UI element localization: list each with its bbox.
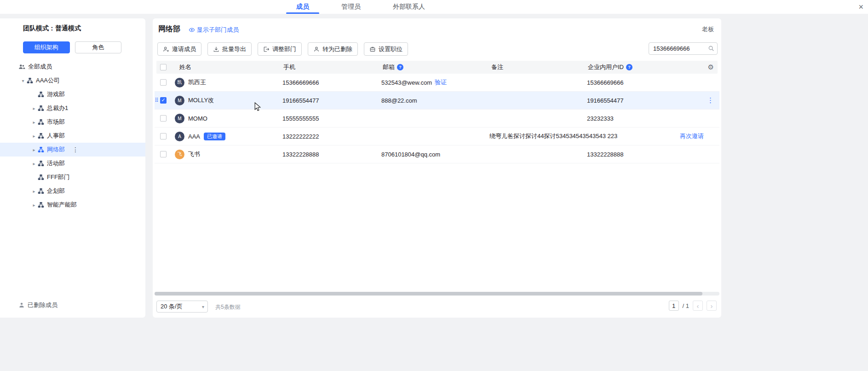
department-label: FFF部门 [47,173,70,181]
department-item[interactable]: ▸ 人事部 [0,129,145,143]
batch-export-button[interactable]: 批量导出 [207,42,252,56]
tab-members-label: 成员 [296,3,309,11]
tab-external-contacts[interactable]: 外部联系人 [383,0,435,14]
invite-member-label: 邀请成员 [172,45,196,53]
close-icon[interactable]: × [857,1,865,13]
department-label: 网络部 [47,145,65,154]
column-phone: 手机 [283,61,295,74]
department-item[interactable]: ▸ 总裁办1 [0,101,145,115]
top-right-label: 老板 [702,25,714,34]
member-name: 飞书 [188,150,200,158]
department-item[interactable]: ▸ 企划部 [0,184,145,198]
drag-handle-icon[interactable]: ⠿ [155,92,159,109]
row-checkbox[interactable] [160,133,167,139]
company-item[interactable]: ▾ AAA公司 [0,74,145,87]
department-item[interactable]: ▸ 活动部 [0,157,145,170]
avatar: M [175,96,184,105]
table-row: 凯 凯西王 15366669666 532543@wew.com 验证 1536… [155,74,719,92]
tab-members[interactable]: 成员 [286,0,319,14]
chevron-right-icon[interactable]: ▸ [30,189,38,194]
row-checkbox[interactable] [160,79,167,86]
adjust-department-button[interactable]: 调整部门 [258,42,302,56]
chevron-right-icon[interactable]: ▸ [30,203,38,208]
department-icon [38,119,44,125]
member-name: AAA [188,133,200,140]
department-item-selected[interactable]: ▸ 网络部 ⋮ [0,143,145,157]
column-settings-icon[interactable]: ⚙ [708,61,714,74]
select-all-checkbox[interactable] [160,64,167,70]
help-icon[interactable] [397,64,403,70]
search-input[interactable] [649,42,718,55]
member-user-id: 13322228888 [587,145,624,163]
verify-email-link[interactable]: 验证 [435,78,447,87]
eye-icon [189,27,195,33]
prev-page-button[interactable]: ‹ [693,301,703,311]
department-item[interactable]: ▸ 市场部 [0,115,145,129]
all-members-item[interactable]: 全部成员 [0,60,145,74]
person-icon [313,46,320,52]
avatar: A [175,132,184,141]
team-mode-title: 团队模式：普通模式 [23,24,81,33]
deleted-member-icon [18,302,25,308]
column-name: 姓名 [179,61,191,74]
column-user-id: 企业内用户ID [588,61,632,74]
department-icon [38,160,44,167]
table-row: 飞 飞书 13322228888 8706101804@qq.com 13322… [155,145,719,163]
member-management-page: 成员 管理员 外部联系人 × 团队模式：普通模式 组织架构 角色 全部成员 ▾ … [0,0,868,371]
row-checkbox-checked[interactable] [160,97,167,104]
reinvite-link[interactable]: 再次邀请 [680,128,704,145]
help-icon[interactable] [626,64,632,70]
department-icon [38,202,44,208]
deleted-members-item[interactable]: 已删除成员 [18,301,57,309]
column-remark: 备注 [491,61,503,74]
chevron-right-icon[interactable]: ▸ [30,147,38,152]
set-position-button[interactable]: 设置职位 [364,42,408,56]
show-subdepartment-link[interactable]: 显示子部门成员 [189,26,239,34]
department-icon [38,174,44,180]
transfer-deleted-label: 转为已删除 [322,45,352,53]
member-remark: 绕弯儿爸探讨探讨44探讨534534543543543 223 [489,128,617,145]
chevron-down-icon: ▾ [202,304,204,309]
member-phone: 15555555555 [282,110,319,127]
department-more-icon[interactable]: ⋮ [72,146,79,153]
table-footer: 20 条/页 ▾ 共5条数据 1 / 1 ‹ › [156,300,717,313]
show-subdepartment-label: 显示子部门成员 [197,26,239,34]
department-item[interactable]: ▸ 智能产能部 [0,198,145,212]
scrollbar-thumb[interactable] [155,292,702,296]
department-item[interactable]: FFF部门 [0,170,145,184]
department-label: 总裁办1 [47,104,68,112]
chevron-right-icon[interactable]: ▸ [30,161,38,166]
deleted-members-label: 已删除成员 [28,301,57,309]
chevron-right-icon[interactable]: ▸ [30,106,38,111]
table-row: A AAA 已邀请 13222222222 绕弯儿爸探讨探讨44探讨534534… [155,128,719,145]
member-email: 532543@wew.com [381,79,432,86]
page-total: / 1 [683,302,689,309]
department-icon [27,77,33,84]
next-page-button[interactable]: › [707,301,717,311]
department-item[interactable]: 游戏部 [0,87,145,101]
department-icon [38,133,44,139]
current-page[interactable]: 1 [669,301,679,311]
department-icon [38,91,44,98]
invite-member-button[interactable]: 邀请成员 [157,42,201,56]
search-icon[interactable] [708,45,714,52]
page-size-select[interactable]: 20 条/页 ▾ [156,301,208,313]
table-body: 凯 凯西王 15366669666 532543@wew.com 验证 1536… [155,74,719,163]
member-name: MOLLY改 [188,96,214,104]
department-icon [38,105,44,111]
transfer-deleted-button[interactable]: 转为已删除 [308,42,358,56]
chevron-right-icon[interactable]: ▸ [30,133,38,139]
tab-admins[interactable]: 管理员 [331,0,371,14]
row-checkbox[interactable] [160,151,167,157]
chevron-right-icon[interactable]: ▸ [30,120,38,125]
chevron-down-icon[interactable]: ▾ [19,78,27,83]
company-label: AAA公司 [36,76,60,85]
role-button[interactable]: 角色 [75,41,122,53]
department-label: 活动部 [47,159,65,168]
briefcase-icon [369,46,376,52]
avatar: 飞 [175,150,184,159]
member-user-id: 23232333 [587,110,614,127]
row-more-icon[interactable]: ⋮ [707,92,714,109]
org-structure-button[interactable]: 组织架构 [23,41,70,53]
row-checkbox[interactable] [160,115,167,122]
